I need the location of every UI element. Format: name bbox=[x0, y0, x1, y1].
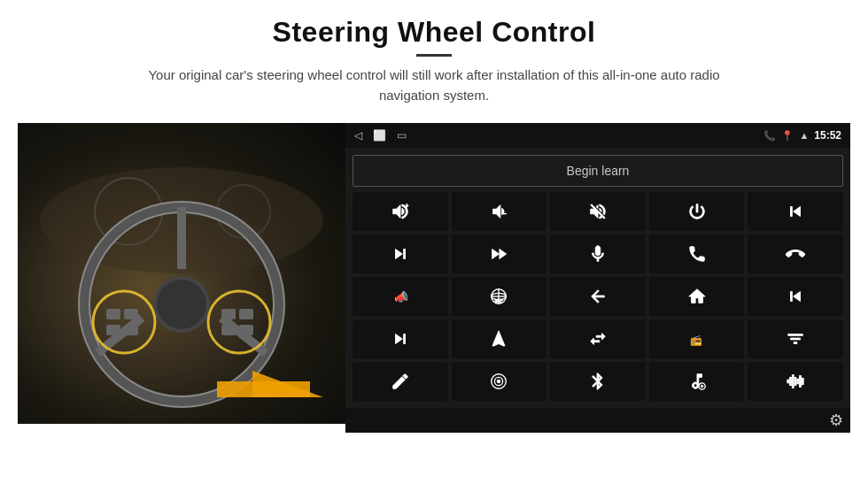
power-button[interactable] bbox=[649, 192, 745, 231]
svg-text:📣: 📣 bbox=[393, 290, 408, 304]
bluetooth-button[interactable] bbox=[550, 362, 646, 401]
exchange-button[interactable] bbox=[550, 319, 646, 358]
svg-rect-15 bbox=[124, 325, 138, 335]
svg-rect-14 bbox=[106, 325, 120, 335]
steering-wheel-image bbox=[18, 123, 345, 424]
android-main-content: Begin learn + − bbox=[345, 148, 850, 408]
svg-point-9 bbox=[157, 280, 206, 329]
next-track-button[interactable] bbox=[353, 234, 448, 273]
android-statusbar: ◁ ⬜ ▭ 📞 📍 ▲ 15:52 bbox=[345, 123, 850, 148]
svg-text:360°: 360° bbox=[495, 299, 504, 303]
icon-grid: + − bbox=[353, 192, 843, 401]
svg-point-11 bbox=[208, 291, 270, 353]
settings-gear-icon[interactable]: ⚙ bbox=[829, 411, 843, 430]
nav-back-icon[interactable]: ◁ bbox=[354, 129, 362, 142]
vol-down-button[interactable]: − bbox=[452, 192, 547, 231]
phone-call-button[interactable] bbox=[649, 234, 745, 273]
mic-button[interactable] bbox=[550, 234, 646, 273]
svg-rect-12 bbox=[106, 309, 120, 319]
settings-bar: ⚙ bbox=[345, 408, 850, 433]
navigate-button[interactable] bbox=[452, 319, 547, 358]
svg-rect-39 bbox=[793, 375, 794, 388]
svg-rect-18 bbox=[221, 325, 236, 335]
android-screen: ◁ ⬜ ▭ 📞 📍 ▲ 15:52 Begin learn bbox=[345, 123, 850, 424]
phone-icon: 📞 bbox=[763, 130, 776, 142]
svg-rect-38 bbox=[790, 377, 792, 385]
vol-up-button[interactable]: + bbox=[353, 192, 448, 231]
page-subtitle: Your original car's steering wheel contr… bbox=[124, 65, 744, 105]
location-icon: 📍 bbox=[781, 130, 794, 142]
statusbar-info: 📞 📍 ▲ 15:52 bbox=[763, 129, 841, 142]
horn-button[interactable]: 📣 bbox=[353, 277, 448, 316]
svg-text:−: − bbox=[503, 210, 507, 218]
svg-rect-21 bbox=[217, 381, 310, 397]
svg-rect-16 bbox=[221, 309, 236, 319]
time-display: 15:52 bbox=[814, 129, 841, 142]
svg-rect-19 bbox=[239, 325, 253, 335]
page-container: Steering Wheel Control Your original car… bbox=[0, 0, 868, 484]
radio-button[interactable]: 📻 bbox=[649, 319, 745, 358]
360-view-button[interactable]: 360° bbox=[452, 277, 547, 316]
target-button[interactable] bbox=[452, 362, 547, 401]
equalizer-button[interactable] bbox=[748, 319, 843, 358]
page-title: Steering Wheel Control bbox=[124, 16, 744, 49]
vol-mute-button[interactable] bbox=[550, 192, 646, 231]
svg-rect-43 bbox=[802, 378, 804, 384]
title-divider bbox=[416, 54, 452, 57]
skip-fwd2-button[interactable] bbox=[353, 319, 448, 358]
nav-home-icon[interactable]: ⬜ bbox=[373, 129, 386, 142]
svg-rect-13 bbox=[124, 309, 138, 319]
svg-rect-37 bbox=[787, 380, 789, 383]
svg-rect-40 bbox=[794, 377, 796, 385]
svg-point-10 bbox=[93, 291, 155, 353]
skip-back-button[interactable] bbox=[748, 277, 843, 316]
svg-point-33 bbox=[498, 380, 501, 383]
svg-rect-42 bbox=[800, 376, 802, 388]
content-area: ◁ ⬜ ▭ 📞 📍 ▲ 15:52 Begin learn bbox=[18, 123, 850, 424]
waveform-button[interactable] bbox=[748, 362, 843, 401]
svg-rect-17 bbox=[239, 309, 253, 319]
end-call-button[interactable] bbox=[748, 234, 843, 273]
svg-text:📻: 📻 bbox=[689, 334, 701, 346]
svg-text:+: + bbox=[405, 203, 408, 209]
home-nav-button[interactable] bbox=[649, 277, 745, 316]
music-settings-button[interactable] bbox=[649, 362, 745, 401]
wifi-icon: ▲ bbox=[799, 130, 809, 141]
nav-recent-icon[interactable]: ▭ bbox=[397, 129, 407, 142]
pen-button[interactable] bbox=[353, 362, 448, 401]
prev-track-button[interactable] bbox=[748, 192, 843, 231]
fast-forward-button[interactable] bbox=[452, 234, 547, 273]
begin-learn-button[interactable]: Begin learn bbox=[353, 155, 843, 187]
title-section: Steering Wheel Control Your original car… bbox=[124, 16, 744, 105]
back-nav-button[interactable] bbox=[550, 277, 646, 316]
statusbar-nav: ◁ ⬜ ▭ bbox=[354, 129, 407, 142]
svg-rect-41 bbox=[797, 379, 799, 384]
